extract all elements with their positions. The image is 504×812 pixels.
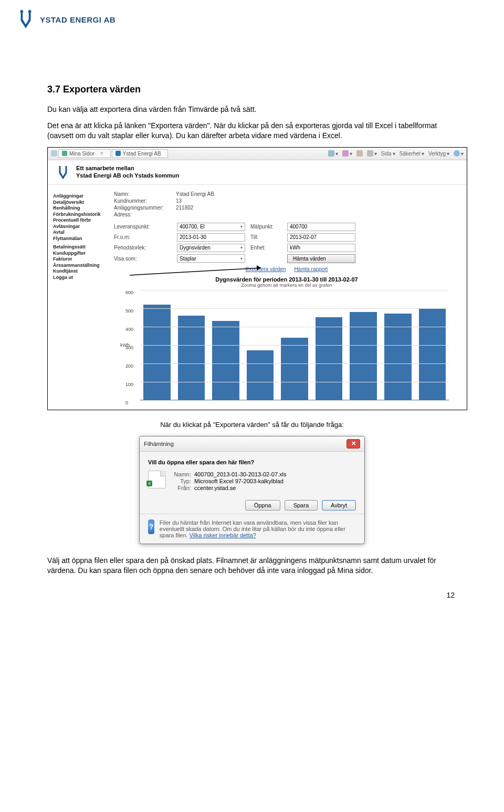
meta-label: Namn:	[171, 471, 191, 477]
sidebar-item[interactable]: Flyttanmälan	[53, 236, 111, 241]
close-icon: ✕	[351, 440, 356, 447]
info-value: 13	[176, 198, 182, 204]
measure-point-field[interactable]: 400700	[287, 223, 355, 231]
menu-page[interactable]: Sida ▾	[381, 151, 395, 157]
sidebar-item[interactable]: Logga ut	[53, 275, 111, 280]
sidebar-item[interactable]: Avtal	[53, 230, 111, 235]
close-icon[interactable]: ✕	[100, 151, 104, 156]
svg-line-2	[130, 268, 261, 275]
meta-value: Microsoft Excel 97-2003-kalkylblad	[194, 478, 284, 484]
chevron-down-icon: ▾	[240, 224, 243, 229]
help-icon[interactable]: ▾	[454, 150, 464, 157]
to-date-field[interactable]: 2013-02-07	[287, 233, 355, 242]
favorites-icon[interactable]	[51, 150, 57, 157]
open-button[interactable]: Öppna	[245, 500, 280, 511]
info-label: Adress:	[114, 212, 172, 217]
fetch-values-button[interactable]: Hämta värden	[287, 254, 355, 263]
chart-subtitle: Zooma genom att markera en del av grafen	[119, 283, 454, 288]
sidebar-item[interactable]: Årssammanställning	[53, 263, 111, 268]
chart-bar	[316, 317, 343, 400]
meta-value: 400700_2013-01-30-2013-02-07.xls	[194, 471, 287, 477]
shield-icon	[148, 519, 154, 534]
show-as-select[interactable]: Staplar▾	[177, 254, 245, 263]
chart-bar	[350, 312, 377, 400]
form-label: Leveranspunkt:	[114, 224, 172, 230]
delivery-point-select[interactable]: 400700, El▾	[177, 223, 245, 231]
dialog-question: Vill du öppna eller spara den här filen?	[148, 459, 356, 465]
info-label: Kundnummer:	[114, 198, 172, 204]
file-download-dialog: Filhämtning ✕ Vill du öppna eller spara …	[139, 436, 365, 544]
cancel-button[interactable]: Avbryt	[322, 500, 356, 511]
chart-bar	[419, 308, 446, 400]
save-button[interactable]: Spara	[285, 500, 318, 511]
form-label: Visa som:	[114, 256, 172, 262]
sidebar-item[interactable]: Fakturor	[53, 256, 111, 262]
form-label: Till:	[250, 234, 282, 240]
page-number: 12	[47, 591, 457, 599]
sidebar-item[interactable]: Renhållning	[53, 205, 111, 211]
sidebar-header-1: Anläggningar	[53, 193, 111, 199]
paragraph-2: Det ena är att klicka på länken "Exporte…	[47, 121, 457, 141]
chart-bar	[143, 305, 171, 400]
sidebar-item[interactable]: Förbrukningshistorik	[53, 212, 111, 217]
browser-tab-1[interactable]: Mina Sidor ✕	[58, 149, 111, 158]
feed-icon[interactable]: ▾	[342, 150, 352, 157]
form-label: Mätpunkt:	[250, 224, 282, 230]
risk-info-link[interactable]: Vilka risker innebär detta?	[190, 532, 256, 538]
chevron-down-icon: ▾	[240, 245, 243, 250]
fetch-report-link[interactable]: Hämta rapport	[294, 266, 328, 272]
app-slogan: Ett samarbete mellan Ystad Energi AB och…	[76, 165, 179, 179]
caption-text: När du klickat på "Exportera värden" så …	[47, 421, 457, 429]
app-logo-icon	[55, 164, 71, 180]
print-icon[interactable]: ▾	[367, 150, 377, 157]
app-header: Ett samarbete mellan Ystad Energi AB och…	[48, 160, 467, 185]
info-value: Ystad Energi AB	[176, 191, 214, 197]
period-select[interactable]: Dygnsvärden▾	[177, 244, 245, 252]
chart-bar	[281, 338, 308, 400]
form-label: Enhet:	[250, 245, 282, 251]
svg-marker-3	[257, 265, 261, 270]
tab-2-label: Ystad Energi AB	[123, 151, 161, 157]
sidebar-item[interactable]: Kundtjänst	[53, 268, 111, 274]
sidebar-header-2: Betalningssätt	[53, 244, 111, 249]
sidebar: Anläggningar Detaljöversikt Renhållning …	[48, 185, 111, 410]
chart-bar	[178, 316, 205, 400]
meta-label: Typ:	[171, 478, 191, 484]
form-label: Periodstorlek:	[114, 245, 172, 251]
callout-arrow-icon	[130, 264, 277, 279]
tab-favicon-icon	[62, 151, 67, 156]
section-heading: 3.7 Exportera värden	[47, 84, 457, 95]
tab-favicon-icon	[116, 151, 121, 156]
sidebar-item[interactable]: Detaljöversikt	[53, 200, 111, 205]
chevron-down-icon: ▾	[240, 256, 243, 261]
from-date-field[interactable]: 2013-01-30	[177, 233, 245, 242]
home-icon[interactable]: ▾	[328, 150, 338, 157]
form-label: Fr.o.m:	[114, 234, 172, 240]
menu-safety[interactable]: Säkerhet ▾	[400, 151, 424, 157]
meta-label: Från:	[171, 485, 191, 491]
logo-text: YSTAD ENERGI AB	[40, 15, 116, 24]
main-panel: Namn:Ystad Energi AB Kundnummer:13 Anläg…	[111, 185, 467, 410]
browser-tab-2[interactable]: Ystad Energi AB	[112, 149, 168, 158]
browser-toolbar: Mina Sidor ✕ Ystad Energi AB ▾ ▾ ▾ Sida …	[48, 148, 467, 160]
svg-point-1	[28, 10, 32, 13]
info-label: Anläggningsnummer:	[114, 205, 172, 211]
info-label: Namn:	[114, 191, 172, 197]
sidebar-item[interactable]: Procentuell förbr	[53, 217, 111, 223]
tab-1-label: Mina Sidor	[69, 151, 94, 157]
dialog-close-button[interactable]: ✕	[346, 439, 360, 449]
paragraph-1: Du kan välja att exportera dina värden f…	[47, 105, 457, 114]
info-value: 211802	[176, 205, 193, 211]
sidebar-item[interactable]: Avläsningar	[53, 224, 111, 229]
meta-value: ccenter.ystad.se	[194, 485, 236, 491]
chart: Dygnsvärden för perioden 2013-01-30 till…	[114, 274, 459, 408]
sidebar-item[interactable]: Kunduppgifter	[53, 251, 111, 256]
logo-mark-icon	[16, 9, 36, 29]
paragraph-3: Välj att öppna filen eller spara den på …	[47, 556, 457, 576]
menu-tools[interactable]: Verktyg ▾	[428, 151, 449, 157]
mail-icon[interactable]	[356, 150, 363, 157]
dialog-title: Filhämtning	[144, 441, 174, 447]
unit-field[interactable]: kWh	[287, 244, 355, 252]
svg-point-0	[20, 10, 24, 13]
app-screenshot: Mina Sidor ✕ Ystad Energi AB ▾ ▾ ▾ Sida …	[47, 147, 467, 410]
